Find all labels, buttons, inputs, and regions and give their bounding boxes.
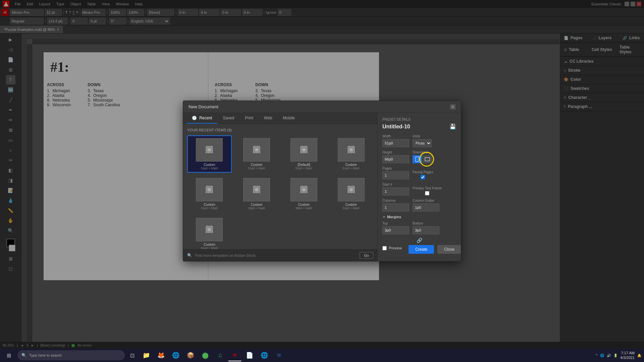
adobe-stock-search[interactable] <box>195 253 357 257</box>
height-label: Height <box>382 150 409 154</box>
windows-taskbar: ⊞ 🔍 Type here to search ⊡ 📁 🦊 🌐 📦 ⬤ ♫ Id… <box>0 349 644 362</box>
recent-item-size-5: 36p0 × 54p0 <box>248 206 265 210</box>
start-input[interactable] <box>382 187 409 195</box>
recent-item-thumb-6 <box>290 178 317 201</box>
dialog-overlay: New Document × 🕐 Recent Saved Print Web … <box>0 0 644 362</box>
pages-count-label: Pages <box>382 167 409 170</box>
svg-rect-11 <box>425 158 430 161</box>
width-units-row: Width Units Picas <box>382 134 456 147</box>
taskbar-search-box[interactable]: 🔍 Type here to search <box>17 350 125 360</box>
tab-mobile[interactable]: Mobile <box>278 113 300 124</box>
portrait-btn[interactable] <box>413 155 422 163</box>
dialog-title: New Document <box>189 104 450 109</box>
dialog-left-panel: 🕐 Recent Saved Print Web Mobile YOUR REC… <box>183 113 378 261</box>
tab-web[interactable]: Web <box>259 113 277 124</box>
units-group: Units Picas <box>413 134 432 147</box>
dialog-close-btn[interactable]: × <box>450 104 455 110</box>
taskbar-network-icon: 🌐 <box>600 354 604 357</box>
preview-checkbox[interactable] <box>382 246 387 250</box>
gutter-group: Column Gutter <box>413 199 439 212</box>
recent-item-name-5: Custom <box>251 203 262 206</box>
taskbar-notification[interactable]: 🔔 <box>637 354 641 357</box>
taskbar-spotify[interactable]: ♫ <box>213 349 227 361</box>
tab-recent-label: Recent <box>199 116 212 120</box>
recent-item-7[interactable]: Custom 51p0 × 66p0 <box>329 175 373 213</box>
recent-item-thumb-5 <box>243 178 270 201</box>
task-view-btn[interactable]: ⊡ <box>126 349 138 361</box>
tab-recent[interactable]: 🕐 Recent <box>186 113 217 124</box>
dialog-body: 🕐 Recent Saved Print Web Mobile YOUR REC… <box>183 113 461 261</box>
bottom-input[interactable] <box>413 226 439 234</box>
col-gutter-label: Column Gutter <box>413 199 439 202</box>
pages-input[interactable] <box>382 171 409 179</box>
taskbar-acrobat[interactable]: 📄 <box>243 349 256 361</box>
pages-facing-row: Pages Facing Pages <box>382 167 456 179</box>
preset-name: Untitled-10 <box>382 124 447 130</box>
taskbar-battery-icon: 🔋 <box>613 354 618 357</box>
margins-collapse[interactable]: ▼ Margins <box>382 215 456 219</box>
svg-point-2 <box>255 148 258 152</box>
dialog-tabs: 🕐 Recent Saved Print Web Mobile <box>183 113 377 124</box>
create-button[interactable]: Create <box>409 245 434 254</box>
taskbar-indesign[interactable]: Id <box>228 349 241 361</box>
taskbar-browser2[interactable]: 🌐 <box>258 349 271 361</box>
top-input[interactable] <box>382 226 409 234</box>
start-button[interactable]: ⊞ <box>3 349 15 361</box>
facing-pages-checkbox[interactable] <box>413 175 433 179</box>
tab-print[interactable]: Print <box>239 113 259 124</box>
recent-item-size-7: 51p0 × 66p0 <box>342 206 359 210</box>
chain-link-area: 🔗 <box>382 238 456 243</box>
svg-point-5 <box>208 188 211 191</box>
taskbar-datetime: 7:17 AM 4/3/2021 <box>620 351 635 360</box>
recent-item-thumb-1 <box>243 138 270 162</box>
taskbar-search-icon: 🔍 <box>21 353 26 358</box>
col-gutter-input[interactable] <box>413 203 439 212</box>
recent-item-size-4: 51p0 × 66p0 <box>201 206 218 210</box>
width-label: Width <box>382 134 409 138</box>
primary-frame-checkbox[interactable] <box>413 191 442 195</box>
recent-item-3[interactable]: Custom 51p0 × 66p0 <box>329 135 373 173</box>
height-input[interactable] <box>382 155 409 163</box>
dialog-titlebar: New Document × <box>183 101 461 113</box>
orientation-group: Orientation <box>413 150 432 163</box>
taskbar-explorer[interactable]: 📁 <box>140 349 153 361</box>
go-button[interactable]: Go <box>360 252 373 259</box>
width-group: Width <box>382 134 409 147</box>
width-input[interactable] <box>382 139 409 147</box>
taskbar-store[interactable]: 📦 <box>184 349 197 361</box>
recent-item-4[interactable]: Custom 51p0 × 66p0 <box>187 175 232 213</box>
dialog-right-panel: PRESET DETAILS Untitled-10 💾 Width Units… <box>378 113 461 261</box>
recent-item-0[interactable]: Custom 51p0 × 66p0 <box>187 135 232 173</box>
bottom-label: Bottom <box>413 222 439 225</box>
margins-top-bottom-row: Top Bottom <box>382 222 456 234</box>
tab-saved[interactable]: Saved <box>217 113 239 124</box>
preset-name-row: Untitled-10 💾 <box>382 123 456 130</box>
columns-input[interactable] <box>382 203 409 212</box>
taskbar-chrome[interactable]: ⬤ <box>199 349 212 361</box>
taskbar-edge[interactable]: 🌐 <box>169 349 182 361</box>
taskbar-up-arrow[interactable]: ^ <box>596 354 597 357</box>
svg-point-8 <box>350 188 353 191</box>
recent-item-6[interactable]: Custom 36p0 × 54p0 <box>282 175 326 213</box>
close-dialog-button[interactable]: Close <box>437 245 461 254</box>
facing-pages-group: Facing Pages <box>413 170 433 179</box>
recent-item-1[interactable]: Custom 51p0 × 66p0 <box>234 135 279 173</box>
bottom-group: Bottom <box>413 222 439 234</box>
start-group: Start # <box>382 183 409 195</box>
recent-item-8[interactable]: Custom 51p0 × 66p0 <box>187 215 232 249</box>
search-icon: 🔍 <box>187 253 192 258</box>
taskbar-firefox[interactable]: 🦊 <box>154 349 168 361</box>
taskbar-date-display: 4/3/2021 <box>620 355 635 360</box>
taskbar-word[interactable]: W <box>272 349 286 361</box>
svg-point-6 <box>255 188 258 191</box>
recent-item-2[interactable]: [Default] 51p0 × 66p0 <box>282 135 326 173</box>
recent-item-5[interactable]: Custom 36p0 × 54p0 <box>234 175 279 213</box>
preset-save-btn[interactable]: 💾 <box>449 123 456 130</box>
recent-item-name-4: Custom <box>204 203 215 206</box>
units-select[interactable]: Picas <box>413 139 432 147</box>
recent-grid: Custom 51p0 × 66p0 Custom 51p0 × 66p0 <box>187 135 373 249</box>
svg-point-4 <box>350 148 353 152</box>
recent-item-name-2: [Default] <box>298 163 310 167</box>
recent-item-size-8: 51p0 × 66p0 <box>201 246 218 249</box>
landscape-btn[interactable] <box>423 155 432 163</box>
